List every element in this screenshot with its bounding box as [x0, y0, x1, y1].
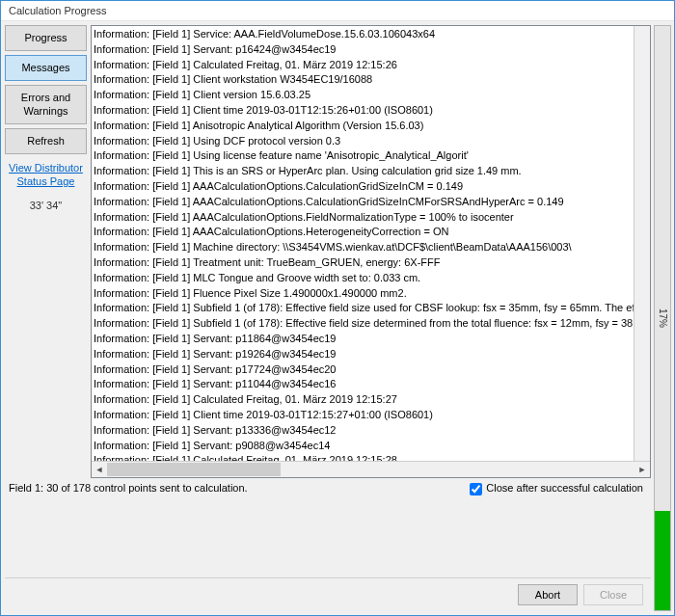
log-line: Information: [Field 1] Subfield 1 (of 17…: [94, 316, 632, 332]
log-line: Information: [Field 1] Treatment unit: T…: [94, 255, 632, 271]
close-button: Close: [583, 584, 643, 605]
view-distributor-status-link[interactable]: View Distributor Status Page: [5, 162, 87, 189]
status-row: Field 1: 30 of 178 control points sent t…: [5, 478, 651, 495]
client-area: Progress Messages Errors and Warnings Re…: [1, 21, 674, 615]
close-after-successful-checkbox[interactable]: Close after successful calculation: [470, 482, 643, 495]
main-column: Progress Messages Errors and Warnings Re…: [1, 21, 651, 615]
close-after-label: Close after successful calculation: [486, 482, 643, 495]
progress-column: 17%: [651, 21, 674, 615]
vertical-progress-bar: 17%: [654, 25, 671, 611]
window-title: Calculation Progress: [1, 1, 674, 21]
log-line: Information: [Field 1] AAACalculationOpt…: [94, 195, 632, 210]
log-line: Information: [Field 1] Subfield 1 (of 17…: [94, 301, 632, 316]
messages-tab[interactable]: Messages: [5, 55, 87, 81]
status-text: Field 1: 30 of 178 control points sent t…: [9, 482, 248, 494]
progress-percent-label: 17%: [658, 308, 668, 328]
close-after-checkbox-input[interactable]: [470, 483, 482, 495]
scroll-thumb[interactable]: [107, 463, 281, 476]
log-line: Information: [Field 1] Service: AAA.Fiel…: [94, 27, 632, 42]
log-line: Information: [Field 1] Calculated Freita…: [94, 58, 632, 73]
refresh-button[interactable]: Refresh: [5, 128, 87, 154]
sidebar: Progress Messages Errors and Warnings Re…: [5, 25, 91, 478]
log-line: Information: [Field 1] Client workstatio…: [94, 72, 632, 88]
log-line: Information: [Field 1] Fluence Pixel Siz…: [94, 286, 632, 302]
horizontal-scrollbar[interactable]: ◄ ►: [92, 461, 650, 477]
log-line: Information: [Field 1] Anisotropic Analy…: [94, 119, 632, 134]
log-line: Information: [Field 1] Calculated Freita…: [94, 453, 632, 461]
progress-tab[interactable]: Progress: [5, 25, 87, 51]
log-line: Information: [Field 1] Client time 2019-…: [94, 408, 632, 423]
log-line: Information: [Field 1] Using license fea…: [94, 148, 632, 164]
abort-button[interactable]: Abort: [518, 584, 578, 605]
dialog-button-bar: Abort Close: [5, 577, 651, 611]
log-line: Information: [Field 1] Servant: p11044@w…: [94, 377, 632, 392]
spacer: [5, 495, 651, 577]
log-line: Information: [Field 1] Using DCF protoco…: [94, 134, 632, 149]
scroll-left-arrow[interactable]: ◄: [92, 462, 107, 477]
log-line: Information: [Field 1] Servant: p11864@w…: [94, 332, 632, 347]
log-line: Information: [Field 1] Client version 15…: [94, 88, 632, 103]
progress-bar-fill: [655, 511, 670, 610]
log-line: Information: [Field 1] AAACalculationOpt…: [94, 210, 632, 226]
log-line: Information: [Field 1] Machine directory…: [94, 240, 632, 255]
log-line: Information: [Field 1] AAACalculationOpt…: [94, 179, 632, 195]
calculation-progress-window: Calculation Progress Progress Messages E…: [0, 0, 675, 616]
log-line: Information: [Field 1] MLC Tongue and Gr…: [94, 271, 632, 286]
errors-warnings-tab[interactable]: Errors and Warnings: [5, 85, 87, 123]
log-line: Information: [Field 1] Servant: p13336@w…: [94, 423, 632, 439]
log-line: Information: [Field 1] Servant: p9088@w3…: [94, 439, 632, 454]
log-line: Information: [Field 1] AAACalculationOpt…: [94, 225, 632, 240]
log-line: Information: [Field 1] Calculated Freita…: [94, 392, 632, 408]
log-line: Information: [Field 1] Servant: p16424@w…: [94, 42, 632, 58]
log-line: Information: [Field 1] Servant: p17724@w…: [94, 362, 632, 378]
elapsed-time: 33' 34": [5, 200, 87, 211]
messages-log-pane: Information: [Field 1] Service: AAA.Fiel…: [91, 25, 651, 478]
log-line: Information: [Field 1] Servant: p19264@w…: [94, 347, 632, 362]
log-line: Information: [Field 1] Client time 2019-…: [94, 103, 632, 119]
vertical-scrollbar[interactable]: [634, 26, 650, 461]
upper-row: Progress Messages Errors and Warnings Re…: [5, 25, 651, 478]
messages-log-text[interactable]: Information: [Field 1] Service: AAA.Fiel…: [92, 26, 634, 461]
log-line: Information: [Field 1] This is an SRS or…: [94, 164, 632, 179]
scroll-right-arrow[interactable]: ►: [634, 462, 650, 477]
